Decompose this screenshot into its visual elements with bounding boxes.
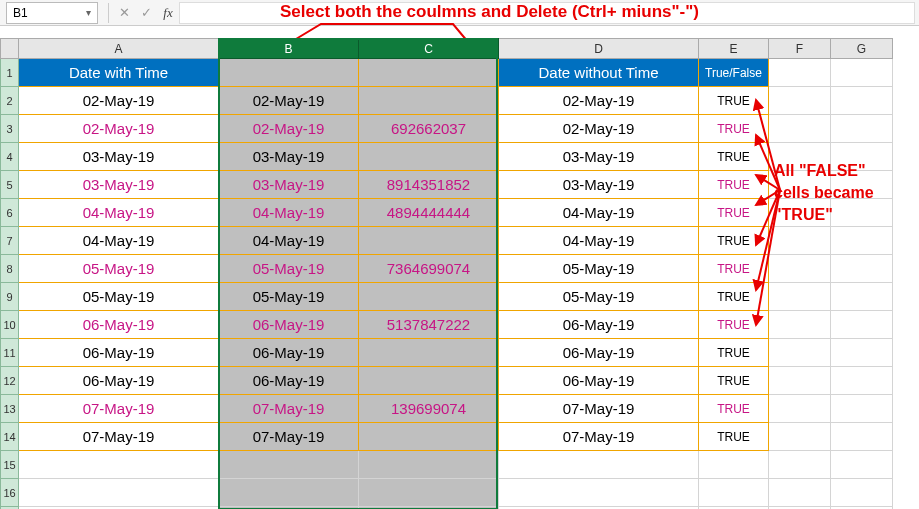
cell[interactable]: Date without Time — [499, 59, 699, 87]
cell[interactable]: 06-May-19 — [219, 311, 359, 339]
row-head[interactable]: 7 — [1, 227, 19, 255]
accept-icon[interactable]: ✓ — [135, 5, 157, 20]
row-head[interactable]: 4 — [1, 143, 19, 171]
cell[interactable]: 04-May-19 — [219, 227, 359, 255]
cell[interactable]: 07-May-19 — [219, 423, 359, 451]
cell[interactable]: 06-May-19 — [19, 367, 219, 395]
cell[interactable]: TRUE — [699, 283, 769, 311]
cell[interactable] — [831, 395, 893, 423]
row-head[interactable]: 2 — [1, 87, 19, 115]
cell[interactable]: TRUE — [699, 339, 769, 367]
cell[interactable]: 02-May-19 — [499, 115, 699, 143]
row-head[interactable]: 1 — [1, 59, 19, 87]
cell[interactable] — [359, 479, 499, 507]
cell[interactable]: TRUE — [699, 115, 769, 143]
cell[interactable]: TRUE — [699, 395, 769, 423]
cell[interactable] — [831, 479, 893, 507]
cell[interactable] — [831, 367, 893, 395]
cell[interactable] — [359, 59, 499, 87]
cell[interactable]: 04-May-19 — [499, 199, 699, 227]
cell[interactable]: 02-May-19 — [19, 115, 219, 143]
cell[interactable] — [831, 87, 893, 115]
cell[interactable]: 02-May-19 — [499, 87, 699, 115]
cell[interactable] — [699, 451, 769, 479]
cell[interactable]: 692662037 — [359, 115, 499, 143]
cell[interactable]: 03-May-19 — [19, 143, 219, 171]
cell[interactable] — [359, 423, 499, 451]
cell[interactable] — [769, 423, 831, 451]
cell[interactable] — [831, 311, 893, 339]
cell[interactable]: 02-May-19 — [19, 87, 219, 115]
cell[interactable]: 5137847222 — [359, 311, 499, 339]
cell[interactable] — [831, 227, 893, 255]
cell[interactable]: 06-May-19 — [499, 311, 699, 339]
cell[interactable] — [831, 451, 893, 479]
cell[interactable] — [19, 451, 219, 479]
cell[interactable]: 05-May-19 — [499, 283, 699, 311]
cell[interactable] — [769, 367, 831, 395]
name-box[interactable]: B1 ▾ — [6, 2, 98, 24]
cell[interactable]: 03-May-19 — [499, 143, 699, 171]
cell[interactable] — [499, 479, 699, 507]
cell[interactable] — [769, 115, 831, 143]
cell[interactable]: 06-May-19 — [19, 311, 219, 339]
cell[interactable]: 05-May-19 — [19, 255, 219, 283]
row-head[interactable]: 6 — [1, 199, 19, 227]
col-head-C[interactable]: C — [359, 39, 499, 59]
cell[interactable] — [359, 227, 499, 255]
cell[interactable]: 7364699074 — [359, 255, 499, 283]
cell[interactable] — [359, 339, 499, 367]
cell[interactable] — [831, 423, 893, 451]
cell[interactable]: 02-May-19 — [219, 87, 359, 115]
col-head-D[interactable]: D — [499, 39, 699, 59]
cell[interactable] — [831, 283, 893, 311]
spreadsheet-grid[interactable]: A B C D E F G 1Date with TimeDate withou… — [0, 38, 893, 509]
cell[interactable] — [831, 115, 893, 143]
row-head[interactable]: 5 — [1, 171, 19, 199]
cell[interactable]: TRUE — [699, 87, 769, 115]
col-head-G[interactable]: G — [831, 39, 893, 59]
cell[interactable]: 8914351852 — [359, 171, 499, 199]
row-head[interactable]: 12 — [1, 367, 19, 395]
row-head[interactable]: 15 — [1, 451, 19, 479]
cell[interactable] — [219, 59, 359, 87]
cell[interactable]: TRUE — [699, 143, 769, 171]
cell[interactable]: 03-May-19 — [499, 171, 699, 199]
cell[interactable] — [219, 451, 359, 479]
col-head-F[interactable]: F — [769, 39, 831, 59]
cell[interactable] — [769, 395, 831, 423]
cell[interactable] — [219, 479, 359, 507]
cell[interactable]: Date with Time — [19, 59, 219, 87]
cell[interactable] — [769, 479, 831, 507]
row-head[interactable]: 14 — [1, 423, 19, 451]
cell[interactable] — [769, 451, 831, 479]
cell[interactable]: 02-May-19 — [219, 115, 359, 143]
cell[interactable]: 07-May-19 — [219, 395, 359, 423]
cell[interactable]: 05-May-19 — [499, 255, 699, 283]
cell[interactable]: TRUE — [699, 199, 769, 227]
cell[interactable]: 03-May-19 — [219, 171, 359, 199]
cell[interactable]: 05-May-19 — [219, 283, 359, 311]
cell[interactable]: 06-May-19 — [219, 367, 359, 395]
cell[interactable] — [359, 451, 499, 479]
cell[interactable] — [769, 59, 831, 87]
cell[interactable] — [359, 367, 499, 395]
cell[interactable]: 03-May-19 — [219, 143, 359, 171]
cell[interactable]: 139699074 — [359, 395, 499, 423]
row-head[interactable]: 16 — [1, 479, 19, 507]
col-head-B[interactable]: B — [219, 39, 359, 59]
cell[interactable]: 04-May-19 — [499, 227, 699, 255]
row-head[interactable]: 9 — [1, 283, 19, 311]
cell[interactable]: 4894444444 — [359, 199, 499, 227]
cell[interactable]: 07-May-19 — [499, 423, 699, 451]
select-all-corner[interactable] — [1, 39, 19, 59]
row-head[interactable]: 8 — [1, 255, 19, 283]
cell[interactable]: 05-May-19 — [19, 283, 219, 311]
cell[interactable]: 07-May-19 — [19, 395, 219, 423]
row-head[interactable]: 3 — [1, 115, 19, 143]
row-head[interactable]: 11 — [1, 339, 19, 367]
cell[interactable]: 04-May-19 — [219, 199, 359, 227]
cell[interactable] — [19, 479, 219, 507]
cell[interactable]: TRUE — [699, 171, 769, 199]
cell[interactable] — [831, 255, 893, 283]
